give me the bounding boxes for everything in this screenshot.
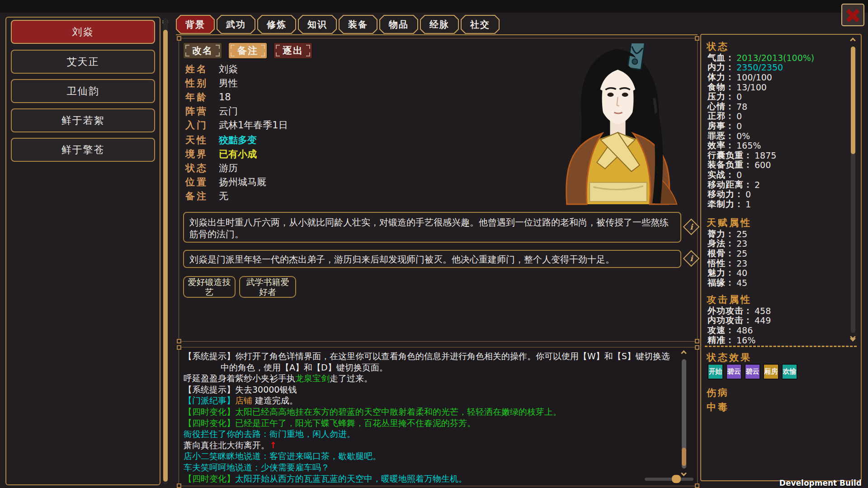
- stat-value: 23: [736, 239, 747, 249]
- stat-value: 25: [736, 249, 747, 258]
- field-age-value: 18: [219, 92, 231, 103]
- rename-button[interactable]: 改名: [183, 42, 222, 59]
- roster-item-xianyuqingcang[interactable]: 鲜于擎苍: [11, 138, 155, 162]
- direction-arrow-icon: ↑: [269, 440, 277, 450]
- injury-section-title: 伤病: [707, 386, 729, 399]
- talent-agility: 身法：23: [708, 239, 747, 249]
- tab-background[interactable]: 背景: [176, 15, 215, 34]
- status-section-title: 状态: [707, 40, 729, 53]
- log-text: 【门派纪事】: [184, 395, 235, 405]
- expel-button[interactable]: 逐出: [273, 42, 313, 59]
- trait-tag-label: 武学书籍爱好者: [246, 277, 289, 297]
- status-effect-badge-biyun-1[interactable]: 碧云: [726, 364, 742, 380]
- log-item-link[interactable]: 龙泉宝剑: [295, 373, 330, 383]
- stat-value: 2: [755, 180, 760, 190]
- field-joined: 入门武林1年春季1日: [185, 118, 288, 132]
- tab-knowledge[interactable]: 知识: [298, 15, 337, 34]
- stats-scrollbar[interactable]: [851, 47, 855, 333]
- status-effect-badge-joy[interactable]: 欢愉: [782, 364, 797, 380]
- log-building-link[interactable]: 店铺: [235, 395, 252, 405]
- log-scrollbar[interactable]: [682, 359, 686, 469]
- stat-romance: 房事：0: [708, 121, 742, 131]
- stat-value: 458: [755, 306, 771, 316]
- stat-restraint: 牵制力：1: [708, 199, 751, 209]
- tab-equipment[interactable]: 装备: [339, 15, 377, 34]
- talent-bone: 根骨：25: [708, 249, 747, 258]
- trait-tag-forging[interactable]: 爱好锻造技艺: [183, 276, 236, 298]
- stat-value: 0%: [736, 131, 750, 141]
- log-scrollbar-thumb[interactable]: [682, 448, 686, 466]
- field-nature-value: 狡黠多变: [219, 134, 257, 146]
- stat-value: 100/100: [736, 72, 772, 82]
- field-realm: 境界已有小成: [185, 147, 257, 161]
- field-realm-label: 境界: [185, 148, 219, 160]
- stats-scroll-up-icon[interactable]: [851, 38, 855, 42]
- log-text: 中的角色，使用【A】和【D】键切换页面。: [221, 362, 388, 372]
- stat-alignment: 正邪：0: [708, 112, 742, 122]
- info-icon[interactable]: i: [683, 219, 700, 235]
- stat-mp: 内力：2350/2350: [708, 63, 783, 73]
- log-line: 【门派纪事】店铺 建造完成。: [184, 395, 677, 406]
- roster-item-weixianyun[interactable]: 卫仙韵: [11, 79, 155, 103]
- status-effect-badge-room[interactable]: 厢房: [763, 364, 779, 380]
- corner-ornament: [177, 339, 181, 343]
- log-line: 【系统提示】你打开了角色详情界面，在这里你可以查看角色的信息并进行角色相关的操作…: [184, 351, 677, 362]
- log-text: 建造完成。: [252, 395, 298, 405]
- tab-items[interactable]: 物品: [379, 15, 418, 34]
- log-text: 呼延盈盈身着紫纱小夹衫手执: [184, 373, 295, 383]
- tabs-divider: [176, 34, 698, 35]
- status-effect-badge-start[interactable]: 开始: [708, 364, 723, 380]
- tab-martial[interactable]: 武功: [217, 15, 255, 34]
- corner-ornament: [177, 345, 181, 350]
- status-effect-badge-biyun-2[interactable]: 碧云: [745, 364, 760, 380]
- close-button[interactable]: [841, 4, 864, 26]
- stat-value: 1875: [755, 150, 776, 160]
- roster-item-xianyuruoxu[interactable]: 鲜于若絮: [11, 108, 155, 132]
- main-scrollbar[interactable]: [162, 18, 169, 484]
- tab-cultivation[interactable]: 修炼: [257, 15, 296, 34]
- trait-tag-label: 爱好锻造技艺: [188, 277, 231, 297]
- log-horizontal-slider[interactable]: [645, 478, 693, 481]
- info-icon[interactable]: i: [683, 250, 700, 267]
- tab-background-label: 背景: [177, 16, 214, 33]
- main-scrollbar-thumb[interactable]: [163, 30, 168, 482]
- field-note-value: 无: [219, 190, 228, 202]
- corner-ornament: [695, 483, 699, 488]
- log-text: 太阳开始从西方的瓦蓝瓦蓝的天空中，暖暖地照着万物生机。: [235, 474, 467, 483]
- stat-value: 25: [736, 229, 747, 239]
- stat-value: 40: [736, 268, 747, 278]
- log-scroll-up-icon[interactable]: [682, 351, 686, 355]
- tab-meridians[interactable]: 经脉: [420, 15, 459, 34]
- field-realm-value: 已有小成: [219, 148, 257, 160]
- log-line: 【系统提示】失去30000银钱: [184, 384, 677, 395]
- stat-label: 福缘：: [708, 277, 735, 289]
- section-divider: [705, 346, 857, 347]
- corner-ornament: [695, 339, 699, 343]
- roster-item-liuyan[interactable]: 刘焱: [11, 20, 155, 44]
- log-horizontal-slider-thumb[interactable]: [672, 475, 681, 483]
- tab-equipment-label: 装备: [340, 16, 377, 33]
- trait-tag-books[interactable]: 武学书籍爱好者: [239, 276, 296, 298]
- stat-move-distance: 移动距离：2: [708, 180, 760, 190]
- stats-scrollbar-thumb[interactable]: [851, 47, 855, 154]
- note-button[interactable]: 备注: [228, 42, 268, 59]
- stat-label: 牵制力：: [708, 198, 744, 210]
- log-panel: 【系统提示】你打开了角色详情界面，在这里你可以查看角色的信息并进行角色相关的操作…: [179, 347, 698, 486]
- bio-box-1: 刘焱出生时重八斤六两，从小就比同龄人壮实，对锻造的手艺很感兴趣。他曾遇到一位过路…: [183, 212, 681, 243]
- field-name-value: 刘焱: [219, 63, 238, 75]
- stat-value: 0: [736, 121, 742, 131]
- attack-section-title: 攻击属性: [707, 293, 752, 306]
- stats-scroll-down-icon[interactable]: [851, 335, 855, 341]
- stat-combat: 实战：0: [708, 170, 742, 180]
- dev-build-watermark: Development Build: [779, 479, 862, 488]
- stat-equip-weight: 装备负重：600: [708, 160, 771, 170]
- field-name-label: 姓名: [185, 63, 219, 75]
- roster-item-aitianzheng[interactable]: 艾天正: [11, 50, 155, 74]
- log-scroll-down-icon[interactable]: [682, 471, 686, 475]
- log-text: 【系统提示】失去30000银钱: [184, 385, 297, 394]
- talent-strength: 膂力：25: [708, 229, 747, 239]
- log-text: 走了过来。: [330, 373, 373, 383]
- tab-social[interactable]: 社交: [461, 15, 500, 34]
- stats-sidebar: 状态 气血：2013/2013(100%) 内力：2350/2350 体力：10…: [700, 34, 862, 481]
- log-line: 车夫笑呵呵地说道：少侠需要雇车吗？: [184, 462, 677, 473]
